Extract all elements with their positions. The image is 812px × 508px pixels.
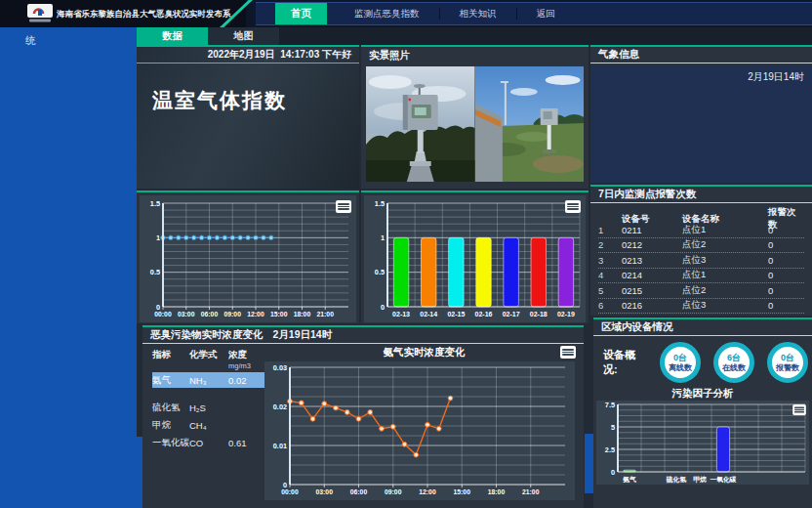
alarms-col-0: 设备号 (622, 213, 682, 226)
odor-table-header: 指标化学式浓度mg/m3 (152, 347, 264, 370)
nav-home[interactable]: 首页 (275, 3, 327, 24)
svg-text:硫化氢: 硫化氢 (666, 476, 687, 484)
alarm-device-name: 点位3 (682, 254, 768, 267)
site-photo-2[interactable] (475, 66, 585, 182)
nav-knowledge[interactable]: 相关知识 (440, 3, 516, 24)
alarm-row-index: 3 (598, 255, 622, 266)
odor-table-row[interactable]: 氨气NH₃0.02 (152, 372, 264, 388)
alarm-row-index: 1 (598, 225, 622, 235)
tab-map[interactable]: 地图 (208, 27, 279, 45)
tab-data[interactable]: 数据 (137, 27, 208, 45)
odor-panel: 恶臭污染物实时浓度变化 2月19日14时 指标化学式浓度mg/m3氨气NH₃0.… (142, 325, 584, 508)
tabbar: 数据地图 (137, 27, 812, 45)
svg-text:00:00: 00:00 (154, 311, 172, 318)
circle-count: 0台 (781, 353, 794, 362)
alarm-device-name: 点位2 (682, 238, 768, 251)
device-overview-label: 设备概况: (603, 348, 649, 377)
weather-date: 2月19日14时 (748, 70, 804, 84)
photos-title: 实景照片 (369, 49, 410, 63)
odor-col-formula: 化学式 (189, 349, 228, 370)
svg-text:12:00: 12:00 (247, 311, 264, 318)
ghg-index-chart-panel: 00.511.500:0003:0006:0009:0012:0015:0018… (137, 190, 359, 323)
alarms-title: 7日内监测点报警次数 (598, 188, 696, 201)
svg-text:1: 1 (381, 233, 385, 242)
odor-date: 2月19日14时 (273, 328, 333, 342)
online-count-circle: 6台在线数 (713, 342, 754, 383)
odor-indicator: 一氧化碳 (152, 437, 189, 449)
site-photo-1[interactable] (366, 66, 475, 182)
nav-odor-index[interactable]: 监测点恶臭指数 (335, 3, 439, 24)
alarm-count: 0 (768, 285, 804, 296)
photos-panel: 实景照片 (361, 45, 589, 189)
factor-chart-area: 02.557.5氨气硫化氢甲烷一氧化碳 (596, 401, 812, 488)
svg-text:15:00: 15:00 (270, 311, 288, 318)
circle-label: 报警数 (776, 363, 799, 372)
daily-odor-chart-panel: 00.511.502-1302-1402-1502-1602-1702-1802… (361, 190, 589, 323)
odor-formula: CH₄ (189, 420, 228, 431)
odor-indicator: 硫化氢 (152, 402, 189, 414)
factor-analysis-chart: 02.557.5氨气硫化氢甲烷一氧化碳 (596, 401, 812, 488)
svg-text:18:00: 18:00 (294, 311, 311, 318)
alarms-table: 设备号设备名称报警次数10211点位1020212点位2030213点位3040… (590, 203, 812, 314)
odor-value: 0.02 (228, 375, 264, 386)
alarm-table-row: 30213点位30 (598, 253, 804, 269)
odor-indicator: 氨气 (152, 374, 189, 387)
svg-text:0: 0 (611, 468, 615, 477)
svg-text:09:00: 09:00 (385, 488, 402, 495)
chart-menu-icon[interactable] (560, 346, 576, 359)
odor-title: 恶臭污染物实时浓度变化 (150, 328, 264, 342)
svg-text:1.5: 1.5 (150, 199, 160, 208)
alarm-device-name: 点位1 (682, 224, 768, 236)
offline-count-circle: 0台离线数 (660, 342, 701, 383)
odor-formula: NH₃ (189, 375, 228, 386)
odor-col-indicator: 指标 (152, 349, 189, 370)
svg-text:21:00: 21:00 (522, 488, 540, 495)
nav-back[interactable]: 返回 (517, 3, 575, 24)
svg-text:2.5: 2.5 (605, 445, 615, 454)
svg-text:0.5: 0.5 (375, 268, 385, 276)
ghg-index-chart: 00.511.500:0003:0006:0009:0012:0015:0018… (140, 195, 356, 326)
alarm-device-name: 点位1 (682, 269, 768, 281)
odor-col-value: 浓度mg/m3 (228, 349, 264, 370)
device-circles: 0台离线数6台在线数0台报警数 (660, 342, 808, 383)
alarm-count: 0 (768, 255, 804, 266)
svg-text:03:00: 03:00 (316, 488, 334, 495)
weather-body: 2月19日14时 (590, 65, 812, 183)
svg-text:0: 0 (381, 303, 385, 312)
svg-text:7.5: 7.5 (605, 401, 615, 409)
app-title: 海南省乐东黎族自治县大气恶臭状况实时发布系 (57, 9, 231, 21)
odor-table: 指标化学式浓度mg/m3氨气NH₃0.02硫化氢H₂S甲烷CH₄一氧化碳CO0.… (142, 344, 264, 508)
alarm-row-index: 6 (598, 300, 622, 311)
odor-unit: mg/m3 (228, 361, 264, 370)
chart-menu-icon[interactable] (336, 200, 351, 213)
odor-indicator: 甲烷 (152, 419, 189, 432)
alarm-device-id: 0214 (622, 270, 682, 280)
svg-text:1: 1 (156, 233, 160, 242)
alarm-table-row: 40214点位10 (598, 269, 804, 284)
svg-text:0.02: 0.02 (273, 402, 287, 411)
alarm-row-index: 4 (598, 270, 622, 280)
odor-table-row[interactable]: 硫化氢H₂S (152, 400, 264, 415)
svg-text:09:00: 09:00 (224, 311, 242, 318)
circle-label: 离线数 (669, 363, 692, 372)
svg-text:氨气: 氨气 (622, 476, 636, 484)
device-overview: 设备概况: 0台离线数6台在线数0台报警数 (593, 336, 812, 385)
odor-table-row[interactable]: 一氧化碳CO0.61 (152, 435, 264, 450)
chart-menu-icon[interactable] (792, 404, 806, 415)
alarm-device-id: 0211 (622, 225, 682, 235)
daily-odor-chart: 00.511.502-1302-1402-1502-1602-1702-1802… (364, 195, 586, 326)
datetime-text: 2022年2月19日 14:17:03 下午好 (208, 48, 351, 62)
svg-text:06:00: 06:00 (201, 311, 219, 318)
alarm-table-row: 50215点位20 (598, 283, 804, 299)
svg-text:12:00: 12:00 (419, 488, 436, 495)
scrollbar-thumb[interactable] (585, 434, 593, 493)
odor-table-row[interactable]: 甲烷CH₄ (152, 417, 264, 433)
svg-text:15:00: 15:00 (454, 488, 471, 495)
nh3-chart-area: 氨气实时浓度变化 00.010.020.0300:0003:0006:0009:… (264, 344, 584, 508)
alarm-device-id: 0215 (622, 285, 682, 296)
nh3-trend-chart: 00.010.020.0300:0003:0006:0009:0012:0015… (264, 361, 575, 504)
chart-menu-icon[interactable] (565, 200, 581, 213)
svg-text:甲烷: 甲烷 (693, 476, 707, 484)
circle-count: 6台 (727, 353, 741, 362)
svg-text:一氧化碳: 一氧化碳 (710, 476, 736, 484)
